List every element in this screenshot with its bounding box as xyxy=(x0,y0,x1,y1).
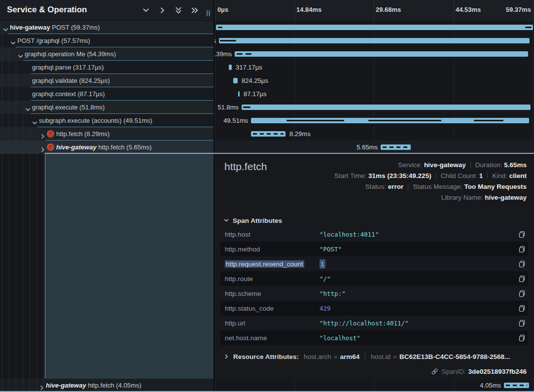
chevron-right-icon[interactable] xyxy=(39,131,46,137)
attribute-value: 1 xyxy=(320,260,515,268)
indent-guide xyxy=(9,141,9,154)
tree-row[interactable]: hive-gateway http.fetch (5.65ms) xyxy=(0,141,214,154)
copy-button[interactable] xyxy=(515,305,528,312)
timeline-row[interactable]: 49.51ms xyxy=(214,114,534,127)
attribute-value: "POST" xyxy=(320,246,515,253)
tree-row[interactable]: POST /graphql (57.57ms) xyxy=(0,34,214,47)
panel-resize-handle[interactable]: || xyxy=(206,9,211,16)
attribute-row[interactable]: http.host"localhost:4011" xyxy=(220,227,528,242)
attribute-row[interactable]: http.scheme"http:" xyxy=(220,286,528,301)
indent-guide xyxy=(23,141,23,154)
copy-button[interactable] xyxy=(515,320,528,327)
span-duration-bar[interactable] xyxy=(235,51,528,57)
attribute-row[interactable]: http.method"POST" xyxy=(220,242,528,256)
chevron-down-icon[interactable] xyxy=(2,24,9,31)
attribute-row[interactable]: http.route"/" xyxy=(220,271,528,286)
attribute-key: net.host.name xyxy=(220,334,320,342)
span-attributes-header[interactable]: Span Attributes xyxy=(223,217,282,224)
tree-row[interactable]: graphql.operation Me (54.39ms) xyxy=(0,47,214,61)
timeline-row[interactable]: 54.39ms xyxy=(214,47,534,61)
timeline-row[interactable] xyxy=(214,21,534,34)
chevron-right-icon[interactable] xyxy=(39,144,46,150)
indent-guide xyxy=(2,127,2,141)
timeline-row[interactable]: 824.25µs xyxy=(214,74,534,87)
span-duration-bar[interactable] xyxy=(216,25,533,30)
chevron-down-icon[interactable] xyxy=(10,37,16,44)
span-duration-bar[interactable] xyxy=(229,65,232,70)
timeline-row[interactable]: 51.8ms xyxy=(214,101,534,114)
indent-guide xyxy=(16,154,16,392)
tree-row[interactable]: hive-gateway POST (59.37ms) xyxy=(0,21,214,34)
span-duration-bar[interactable] xyxy=(233,78,238,83)
bar-duration-label: 57.57ms xyxy=(214,34,216,47)
tree-row[interactable]: subgraph.execute (accounts) (49.51ms) xyxy=(0,114,214,127)
copy-button[interactable] xyxy=(515,275,528,283)
indent-guide xyxy=(16,101,16,114)
chevron-right-icon[interactable] xyxy=(38,382,45,389)
link-icon[interactable] xyxy=(431,368,438,375)
span-duration-bar[interactable] xyxy=(242,105,531,110)
timeline-row-bottom[interactable]: 4.05ms xyxy=(214,379,534,392)
ruler-tick-label: 14.84ms xyxy=(296,6,321,13)
span-duration-bar[interactable] xyxy=(238,91,240,97)
double-chevron-right-icon[interactable] xyxy=(191,6,199,14)
tree-row[interactable]: graphql.execute (51.8ms) xyxy=(0,101,214,114)
tree-row-bottom[interactable]: hive-gateway http.fetch (4.05ms) xyxy=(0,379,214,392)
resource-attributes-items: host.arch=arm64host.id=BC62E13B-C4CC-585… xyxy=(304,353,510,360)
copy-button[interactable] xyxy=(515,260,528,268)
child-span-markers xyxy=(383,146,409,148)
attribute-row[interactable]: http.request.resend_count1 xyxy=(220,256,528,271)
copy-button[interactable] xyxy=(515,290,528,297)
tree-row[interactable]: graphql.validate (824.25µs) xyxy=(0,74,214,87)
selected-span-drawer xyxy=(45,154,214,379)
timeline-row[interactable]: 5.65ms xyxy=(214,141,534,154)
resource-separator xyxy=(365,353,365,360)
indent-guide xyxy=(2,87,2,101)
tree-row[interactable]: graphql.parse (317.17µs) xyxy=(0,61,214,74)
timeline-row[interactable]: 87.17µs xyxy=(214,87,534,101)
meta-label: Status Message: xyxy=(413,183,464,190)
meta-value: hive-gateway xyxy=(485,194,527,201)
meta-label: Service: xyxy=(398,161,424,169)
chevron-down-icon[interactable] xyxy=(32,117,38,124)
attribute-row[interactable]: http.status_code429 xyxy=(220,301,528,316)
resource-attributes-row[interactable]: Resource Attributes:host.arch=arm64host.… xyxy=(223,353,510,360)
timeline-row[interactable]: 317.17µs xyxy=(214,61,534,74)
child-span-marker xyxy=(220,40,236,41)
tree-row[interactable]: graphql.context (87.17µs) xyxy=(0,87,214,101)
indent-guide xyxy=(9,101,9,114)
child-span-marker xyxy=(237,53,243,55)
attribute-row[interactable]: http.url"http://localhost:4011/" xyxy=(220,316,528,330)
chevron-down-icon[interactable] xyxy=(142,6,150,14)
bar-duration-label: 54.39ms xyxy=(214,47,232,61)
chevron-down-icon[interactable] xyxy=(25,104,31,110)
indent-guide xyxy=(16,141,16,154)
child-span-marker xyxy=(286,120,344,121)
indent-guide xyxy=(9,61,9,74)
ruler-gridline xyxy=(294,0,295,21)
resource-value: BC62E13B-C4CC-5854-9788-2568... xyxy=(399,353,510,360)
copy-button[interactable] xyxy=(515,231,528,238)
tree-row[interactable]: http.fetch (8.29ms) xyxy=(0,127,214,141)
indent-guide xyxy=(2,114,2,127)
ruler-tick-label: 29.68ms xyxy=(376,6,401,13)
tree-indent-gutter xyxy=(0,154,45,392)
copy-button[interactable] xyxy=(515,246,528,253)
chevron-right-icon[interactable] xyxy=(158,6,166,14)
child-span-marker xyxy=(525,27,532,28)
indent-guide xyxy=(9,74,9,87)
indent-guide xyxy=(2,61,2,74)
chevron-right-icon xyxy=(223,354,229,359)
copy-button[interactable] xyxy=(515,334,528,342)
timeline-rows: 57.57ms54.39ms317.17µs824.25µs87.17µs51.… xyxy=(214,21,534,154)
chevron-down-icon[interactable] xyxy=(17,51,24,57)
double-chevron-down-icon[interactable] xyxy=(175,6,182,14)
span-duration-bar[interactable] xyxy=(219,38,530,43)
attribute-row[interactable]: net.host.name"localhost" xyxy=(220,330,528,345)
timeline-row[interactable]: 8.29ms xyxy=(214,127,534,141)
timeline-gridline xyxy=(454,379,454,392)
timeline-gridline xyxy=(294,379,295,392)
indent-guide xyxy=(23,154,23,392)
indent-guide xyxy=(30,379,30,392)
timeline-row[interactable]: 57.57ms xyxy=(214,34,534,47)
